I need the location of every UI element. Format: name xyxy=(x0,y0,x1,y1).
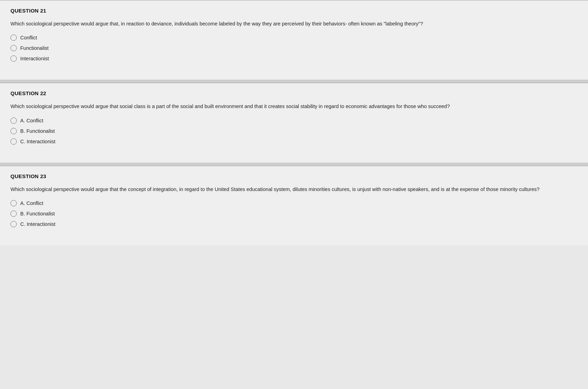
question-21-options: Conflict Functionalist Interactionist xyxy=(10,35,578,62)
q21-option-c-label: Interactionist xyxy=(20,56,49,61)
question-21-header: QUESTION 21 xyxy=(10,8,578,14)
q22-option-b-label: B. Functionalist xyxy=(20,128,55,134)
q21-option-b-radio[interactable] xyxy=(10,45,17,51)
list-item[interactable]: Conflict xyxy=(10,35,578,41)
list-item[interactable]: B. Functionalist xyxy=(10,128,578,134)
q21-option-a-radio[interactable] xyxy=(10,35,17,41)
question-23-block: QUESTION 23 Which sociological perspecti… xyxy=(0,166,588,245)
question-21-text: Which sociological perspective would arg… xyxy=(10,20,562,28)
q22-option-a-label: A. Conflict xyxy=(20,118,43,123)
q23-option-b-radio[interactable] xyxy=(10,211,17,217)
list-item[interactable]: B. Functionalist xyxy=(10,211,578,217)
q23-option-a-label: A. Conflict xyxy=(20,200,43,206)
question-21-block: QUESTION 21 Which sociological perspecti… xyxy=(0,0,588,80)
list-item[interactable]: A. Conflict xyxy=(10,200,578,206)
q23-option-b-label: B. Functionalist xyxy=(20,211,55,216)
q23-option-c-label: C. Interactionist xyxy=(20,221,55,227)
list-item[interactable]: Interactionist xyxy=(10,55,578,62)
list-item[interactable]: C. Interactionist xyxy=(10,221,578,227)
question-23-options: A. Conflict B. Functionalist C. Interact… xyxy=(10,200,578,227)
question-22-header: QUESTION 22 xyxy=(10,90,578,96)
q21-option-b-label: Functionalist xyxy=(20,45,49,51)
question-23-text: Which sociological perspective would arg… xyxy=(10,185,562,193)
list-item[interactable]: Functionalist xyxy=(10,45,578,51)
divider-2 xyxy=(0,163,588,166)
q22-option-b-radio[interactable] xyxy=(10,128,17,134)
q23-option-c-radio[interactable] xyxy=(10,221,17,227)
list-item[interactable]: A. Conflict xyxy=(10,117,578,124)
q22-option-c-label: C. Interactionist xyxy=(20,139,55,144)
list-item[interactable]: C. Interactionist xyxy=(10,138,578,145)
q22-option-c-radio[interactable] xyxy=(10,138,17,145)
question-22-options: A. Conflict B. Functionalist C. Interact… xyxy=(10,117,578,145)
divider-1 xyxy=(0,80,588,83)
q22-option-a-radio[interactable] xyxy=(10,117,17,124)
q21-option-c-radio[interactable] xyxy=(10,55,17,62)
question-22-text: Which sociological perspective would arg… xyxy=(10,102,562,110)
question-22-block: QUESTION 22 Which sociological perspecti… xyxy=(0,83,588,162)
q23-option-a-radio[interactable] xyxy=(10,200,17,206)
q21-option-a-label: Conflict xyxy=(20,35,37,40)
page-container: QUESTION 21 Which sociological perspecti… xyxy=(0,0,588,245)
question-23-header: QUESTION 23 xyxy=(10,173,578,179)
